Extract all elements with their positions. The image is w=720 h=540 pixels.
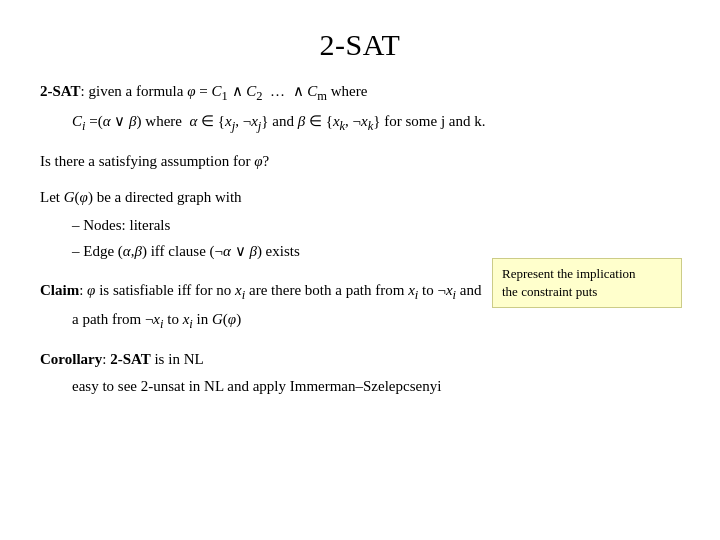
graph-intro-line: Let G(φ) be a directed graph with <box>40 186 680 209</box>
tooltip-text-line1: Represent the implication <box>502 266 636 281</box>
bullet-list: Nodes: literals Edge (α,β) iff clause (¬… <box>72 213 300 265</box>
edge-label: Edge (α,β) iff clause (¬α ∨ β) exists <box>83 243 300 259</box>
nodes-label: Nodes: literals <box>83 217 170 233</box>
edge-item: Edge (α,β) iff clause (¬α ∨ β) exists <box>72 239 300 263</box>
slide: 2-SAT 2-SAT: given a formula φ = C1 ∧ C2… <box>0 0 720 540</box>
slide-title: 2-SAT <box>40 28 680 62</box>
claim-line2: a path from ¬xi to xi in G(φ) <box>72 308 680 334</box>
nodes-item: Nodes: literals <box>72 213 300 237</box>
intro-section: 2-SAT: given a formula φ = C1 ∧ C2 … ∧ C… <box>40 80 680 136</box>
question-line: Is there a satisfying assumption for φ? <box>40 150 680 173</box>
tooltip-box: Represent the implication the constraint… <box>492 258 682 308</box>
corollary-line1: Corollary: 2-SAT is in NL <box>40 348 680 371</box>
intro-2sat-label: 2-SAT: given a formula φ = C1 ∧ C2 … ∧ C… <box>40 83 367 99</box>
tooltip-text-line2: the constraint puts <box>502 284 597 299</box>
question-section: Is there a satisfying assumption for φ? <box>40 150 680 173</box>
corollary-line2: easy to see 2-unsat in NL and apply Imme… <box>72 375 680 398</box>
intro-line2: Ci =(α ∨ β) where α ∈ {xj, ¬xj} and β ∈ … <box>72 110 680 136</box>
corollary-section: Corollary: 2-SAT is in NL easy to see 2-… <box>40 348 680 397</box>
intro-line1: 2-SAT: given a formula φ = C1 ∧ C2 … ∧ C… <box>40 80 680 106</box>
nodes-edge-wrapper: Nodes: literals Edge (α,β) iff clause (¬… <box>40 213 680 265</box>
graph-section: Let G(φ) be a directed graph with Nodes:… <box>40 186 680 265</box>
